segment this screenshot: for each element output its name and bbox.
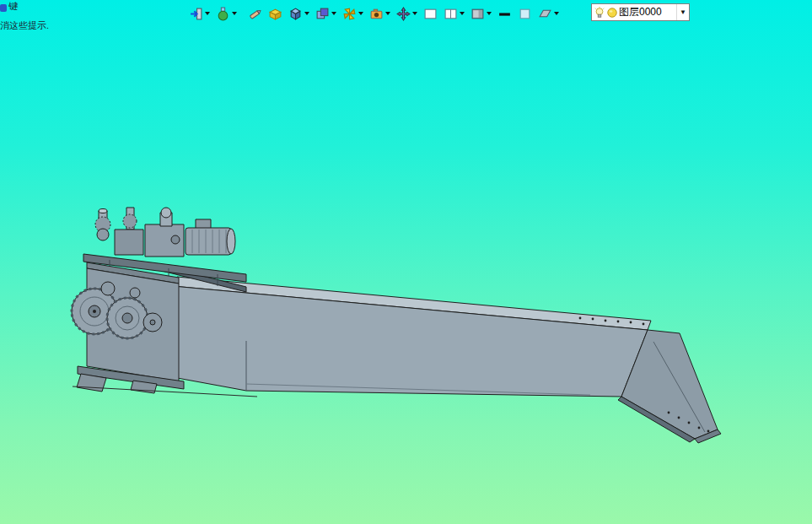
dropdown-arrow-icon[interactable] xyxy=(554,12,559,15)
reference-plane-icon xyxy=(518,7,532,21)
open-box-button[interactable] xyxy=(268,6,282,21)
erase-icon xyxy=(248,7,262,21)
cube-icon xyxy=(288,7,303,21)
layer-color-icon xyxy=(606,7,618,19)
dropdown-arrow-icon[interactable] xyxy=(412,12,417,15)
dropdown-arrow-icon[interactable] xyxy=(304,12,309,15)
conveyor-model xyxy=(0,0,812,524)
section-line-button[interactable] xyxy=(497,6,512,21)
dropdown-arrow-icon[interactable] xyxy=(385,12,390,15)
viewport-split-button[interactable] xyxy=(444,6,465,21)
dropdown-arrow-icon[interactable] xyxy=(232,12,237,15)
reference-plane-button[interactable] xyxy=(518,6,532,21)
display-style-button[interactable] xyxy=(315,6,336,21)
layer-combo-value: 图层0000 xyxy=(619,5,676,19)
combo-dropdown-arrow[interactable]: ▼ xyxy=(676,4,689,20)
surface-button[interactable] xyxy=(538,6,559,21)
tip-icon xyxy=(0,4,7,12)
shaded-view-icon xyxy=(471,7,485,21)
dropdown-arrow-icon[interactable] xyxy=(331,12,336,15)
erase-button[interactable] xyxy=(248,6,262,21)
pan-icon xyxy=(396,7,411,21)
hint-line-2: 消这些提示. xyxy=(0,20,49,30)
surface-icon xyxy=(538,7,552,21)
3d-viewport[interactable]: 键 消这些提示. xyxy=(0,0,812,524)
cube-view-button[interactable] xyxy=(288,6,309,21)
view-toolbar xyxy=(189,5,565,22)
lightbulb-icon xyxy=(594,7,605,19)
scene-icon xyxy=(342,7,357,21)
appearance-button[interactable] xyxy=(216,6,237,21)
shaded-view-button[interactable] xyxy=(471,6,492,21)
viewport-single-button[interactable] xyxy=(423,6,438,21)
display-style-icon xyxy=(315,7,330,21)
section-line-icon xyxy=(497,7,512,21)
dropdown-arrow-icon[interactable] xyxy=(487,12,492,15)
dropdown-arrow-icon[interactable] xyxy=(205,12,210,15)
hint-line-1: 键 xyxy=(8,1,18,11)
viewport-single-icon xyxy=(423,7,438,21)
import-icon xyxy=(189,7,203,21)
camera-icon xyxy=(369,7,384,21)
layer-combo[interactable]: 图层0000 ▼ xyxy=(591,3,690,21)
open-box-icon xyxy=(268,7,282,21)
pan-button[interactable] xyxy=(396,6,417,21)
import-button[interactable] xyxy=(189,6,210,21)
scene-button[interactable] xyxy=(342,6,363,21)
dropdown-arrow-icon[interactable] xyxy=(358,12,363,15)
appearance-icon xyxy=(216,7,230,21)
viewport-split-icon xyxy=(444,7,458,21)
camera-button[interactable] xyxy=(369,6,390,21)
dropdown-arrow-icon[interactable] xyxy=(460,12,465,15)
